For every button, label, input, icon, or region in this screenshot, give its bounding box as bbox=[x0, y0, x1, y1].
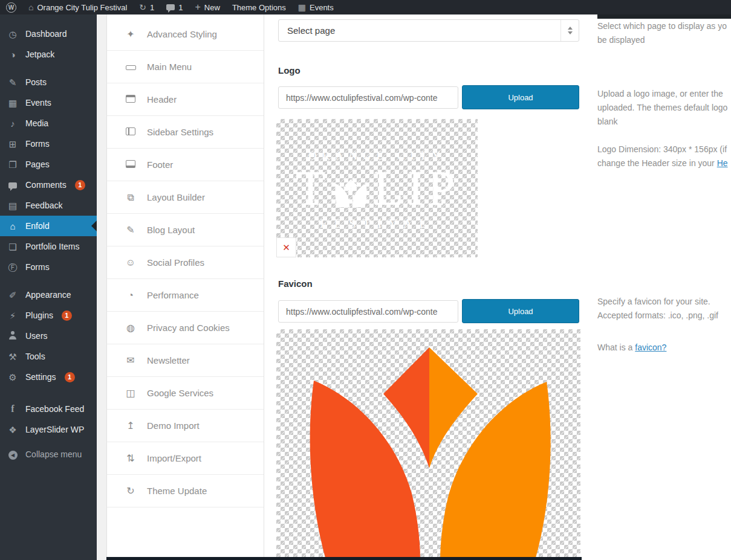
logo-section-heading: Logo bbox=[278, 65, 301, 76]
sidebar-item-media[interactable]: ♪ Media bbox=[0, 113, 97, 134]
sidebar-item-feedback[interactable]: ▤ Feedback bbox=[0, 195, 97, 216]
header-settings-link[interactable]: He bbox=[717, 158, 728, 168]
favicon-preview bbox=[276, 329, 580, 560]
layers-icon: ❖ bbox=[6, 425, 19, 434]
sidebar-item-dashboard[interactable]: ◷ Dashboard bbox=[0, 24, 97, 44]
sidebar-item-appearance[interactable]: ✐ Appearance bbox=[0, 285, 97, 305]
footer-layout-icon bbox=[125, 160, 137, 170]
new-content-menu[interactable]: + New bbox=[189, 0, 226, 14]
theme-menu-theme-update[interactable]: ↻ Theme Update bbox=[107, 475, 264, 507]
logo-text-festival: FESTIVAL bbox=[320, 217, 434, 231]
gear-icon: ⚙ bbox=[6, 373, 19, 382]
logo-upload-button[interactable]: Upload bbox=[462, 85, 579, 109]
comments-link[interactable]: 1 bbox=[160, 0, 189, 14]
logo-url-input[interactable] bbox=[278, 86, 458, 109]
wp-logo-menu[interactable]: W bbox=[0, 0, 22, 14]
what-is-favicon-link[interactable]: favicon? bbox=[635, 343, 666, 352]
favicon-upload-button[interactable]: Upload bbox=[462, 299, 579, 323]
comment-bubble-icon bbox=[166, 4, 175, 10]
favicon-url-input[interactable] bbox=[278, 300, 458, 323]
theme-menu-blog-layout[interactable]: ✎ Blog Layout bbox=[107, 214, 264, 246]
site-name: Orange City Tulip Festival bbox=[37, 3, 127, 12]
sidebar-item-forms[interactable]: ⊞ Forms bbox=[0, 134, 97, 154]
calendar-icon: ▦ bbox=[298, 3, 306, 11]
home-icon: ⌂ bbox=[6, 222, 19, 231]
open-book-icon: ◫ bbox=[125, 388, 137, 398]
white-tulip-icon bbox=[331, 175, 371, 210]
site-name-link[interactable]: ⌂ Orange City Tulip Festival bbox=[22, 0, 133, 14]
sidebar-item-plugins[interactable]: ⚡ Plugins 1 bbox=[0, 305, 97, 326]
collapse-arrow-icon: ◀ bbox=[6, 449, 19, 460]
import-box-icon: ↥ bbox=[125, 421, 137, 431]
stacked-blocks-icon: ⧉ bbox=[125, 193, 137, 202]
sidebar-item-jetpack[interactable]: ◑ Jetpack bbox=[0, 44, 97, 65]
theme-menu-social-profiles[interactable]: ☺ Social Profiles bbox=[107, 246, 264, 279]
envelope-icon: ✉ bbox=[125, 356, 137, 365]
person-circle-icon: ☺ bbox=[125, 258, 137, 268]
forms-icon: ⊞ bbox=[6, 140, 19, 149]
dashboard-icon: ◷ bbox=[6, 30, 19, 39]
sidebar-item-users[interactable]: Users bbox=[0, 326, 97, 346]
new-label: New bbox=[204, 3, 220, 12]
media-icon: ♪ bbox=[6, 119, 19, 128]
theme-menu-footer[interactable]: Footer bbox=[107, 149, 264, 181]
comments-count-badge: 1 bbox=[75, 180, 85, 190]
theme-menu-main-menu[interactable]: Main Menu bbox=[107, 51, 264, 83]
logo-preview: ORANGE CITY T LIP FESTIVAL ✕ bbox=[276, 119, 478, 257]
sidebar-item-portfolio-items[interactable]: ❏ Portfolio Items bbox=[0, 236, 97, 257]
home-icon: ⌂ bbox=[28, 3, 33, 11]
update-icon: ↻ bbox=[139, 3, 146, 11]
sidebar-item-layerslider[interactable]: ❖ LayerSlider WP bbox=[0, 419, 97, 440]
theme-menu-performance[interactable]: ◔ Performance bbox=[107, 279, 264, 312]
sidebar-item-comments[interactable]: Comments 1 bbox=[0, 175, 97, 195]
sidebar-item-events[interactable]: ▦ Events bbox=[0, 92, 97, 113]
page-select-value: Select page bbox=[287, 25, 335, 36]
theme-menu-sidebar-settings[interactable]: Sidebar Settings bbox=[107, 116, 264, 149]
theme-options-link[interactable]: Theme Options bbox=[226, 0, 292, 14]
comment-count: 1 bbox=[178, 3, 183, 12]
sidebar-content-gap bbox=[97, 14, 106, 560]
theme-options-content: Select page Logo Upload ORANGE CITY T LI… bbox=[264, 14, 597, 560]
person-icon bbox=[6, 331, 19, 341]
collapse-menu-button[interactable]: ◀ Collapse menu bbox=[0, 444, 97, 465]
sidebar-item-tools[interactable]: ⚒ Tools bbox=[0, 346, 97, 367]
theme-menu-header[interactable]: Header bbox=[107, 83, 264, 116]
sidebar-item-posts[interactable]: ✎ Posts bbox=[0, 72, 97, 92]
pencil-page-icon: ✎ bbox=[125, 225, 137, 235]
select-page-help-text: Select which page to display as yo bbox=[597, 19, 731, 33]
sidebar-item-pages[interactable]: ❐ Pages bbox=[0, 154, 97, 175]
theme-menu-import-export[interactable]: ⇅ Import/Export bbox=[107, 442, 264, 475]
events-label: Events bbox=[310, 3, 334, 12]
active-item-arrow bbox=[91, 220, 97, 231]
theme-menu-google-services[interactable]: ◫ Google Services bbox=[107, 377, 264, 410]
plugins-count-badge: 1 bbox=[62, 311, 72, 321]
admin-bar: W ⌂ Orange City Tulip Festival ↻ 1 1 + N… bbox=[0, 0, 731, 14]
wp-admin-sidebar: ◷ Dashboard ◑ Jetpack ✎ Posts ▦ Events ♪… bbox=[0, 14, 97, 560]
sidebar-item-facebook-feed[interactable]: f Facebook Feed bbox=[0, 399, 97, 419]
logo-help-text: Upload a logo image, or enter the bbox=[597, 87, 731, 101]
calendar-icon: ▦ bbox=[6, 98, 19, 108]
formidable-icon: Ⓕ bbox=[6, 263, 19, 272]
theme-menu-layout-builder[interactable]: ⧉ Layout Builder bbox=[107, 181, 264, 214]
plugin-icon: ⚡ bbox=[6, 311, 19, 320]
theme-menu-demo-import[interactable]: ↥ Demo Import bbox=[107, 410, 264, 442]
updates-link[interactable]: ↻ 1 bbox=[133, 0, 160, 14]
sidebar-item-enfold[interactable]: ⌂ Enfold bbox=[0, 216, 97, 236]
theme-options-label: Theme Options bbox=[232, 3, 286, 12]
tools-icon: ⚒ bbox=[6, 352, 19, 361]
settings-count-badge: 1 bbox=[65, 372, 75, 382]
plus-icon: + bbox=[195, 2, 201, 12]
remove-logo-button[interactable]: ✕ bbox=[276, 237, 296, 257]
sidebar-item-settings[interactable]: ⚙ Settings 1 bbox=[0, 367, 97, 387]
favicon-help-text: Specify a favicon for your site. bbox=[597, 295, 731, 309]
theme-menu-newsletter[interactable]: ✉ Newsletter bbox=[107, 344, 264, 377]
theme-menu-advanced-styling[interactable]: ✦ Advanced Styling bbox=[107, 18, 264, 51]
theme-menu-privacy-cookies[interactable]: ◍ Privacy and Cookies bbox=[107, 312, 264, 344]
portfolio-icon: ❏ bbox=[6, 242, 19, 251]
page-select[interactable]: Select page bbox=[278, 19, 579, 42]
header-layout-icon bbox=[125, 95, 137, 105]
update-count: 1 bbox=[150, 3, 154, 12]
comment-bubble-icon bbox=[6, 181, 19, 190]
events-link[interactable]: ▦ Events bbox=[292, 0, 340, 14]
sidebar-item-forms-2[interactable]: Ⓕ Forms bbox=[0, 257, 97, 277]
